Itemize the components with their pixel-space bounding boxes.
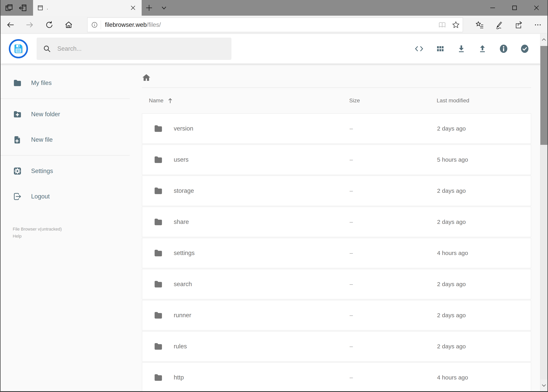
column-header-size[interactable]: Size	[349, 98, 437, 104]
file-size: –	[350, 374, 437, 381]
file-size: –	[350, 281, 437, 287]
grid-view-icon[interactable]	[430, 37, 451, 61]
sidebar-item-new-file[interactable]: New file	[0, 127, 130, 153]
table-row[interactable]: share – 2 days ago	[142, 207, 531, 237]
filebrowser-logo[interactable]	[9, 39, 28, 58]
file-size: –	[350, 219, 437, 225]
folder-icon	[153, 155, 163, 165]
home-icon[interactable]	[59, 16, 79, 34]
table-row[interactable]: settings – 4 hours ago	[142, 238, 531, 268]
set-tabs-aside-icon[interactable]	[16, 0, 29, 16]
add-favorite-star-icon[interactable]	[449, 18, 463, 32]
hub-favorites-icon[interactable]	[470, 16, 489, 34]
listing-header: Name Size Last modified	[142, 88, 531, 113]
file-name: rules	[174, 343, 187, 350]
address-bar[interactable]: filebrowser.web/files/	[87, 18, 463, 32]
file-size: –	[350, 343, 437, 350]
maximize-button[interactable]	[504, 0, 526, 16]
help-link[interactable]: Help	[13, 233, 21, 240]
folder-icon	[153, 186, 163, 196]
table-row[interactable]: runner – 2 days ago	[142, 300, 531, 330]
file-modified: 2 days ago	[437, 312, 531, 319]
scrollbar-thumb[interactable]	[540, 46, 548, 145]
annotate-pen-icon[interactable]	[489, 16, 509, 34]
file-name: version	[174, 125, 193, 132]
select-check-icon[interactable]	[514, 37, 535, 61]
refresh-icon[interactable]	[40, 16, 59, 34]
tab-close-icon[interactable]	[129, 4, 137, 12]
column-header-name[interactable]: Name	[149, 98, 164, 104]
sidebar-item-logout[interactable]: Logout	[0, 184, 130, 209]
file-size: –	[350, 188, 437, 194]
back-icon[interactable]	[0, 16, 20, 34]
sidebar: My files New folder New file	[0, 64, 130, 391]
table-row[interactable]: storage – 2 days ago	[142, 175, 531, 206]
folder-icon	[153, 279, 163, 289]
logout-icon	[13, 192, 22, 201]
sidebar-item-settings[interactable]: Settings	[0, 158, 130, 184]
shell-code-icon[interactable]	[409, 37, 430, 61]
table-row[interactable]: users – 5 hours ago	[142, 144, 531, 175]
folder-icon	[153, 248, 163, 258]
url-host: filebrowser.web	[105, 21, 147, 28]
file-modified: 4 hours ago	[437, 250, 531, 256]
share-icon[interactable]	[509, 16, 528, 34]
folder-plus-icon	[13, 110, 22, 119]
new-tab-icon[interactable]	[142, 0, 157, 16]
tab-preview-icon[interactable]	[2, 0, 16, 16]
window-controls	[482, 0, 548, 16]
forward-icon[interactable]	[20, 16, 40, 34]
sidebar-item-label: Settings	[31, 168, 53, 175]
scroll-down-icon[interactable]	[540, 379, 548, 391]
file-name: share	[174, 218, 189, 225]
url-text[interactable]: filebrowser.web/files/	[105, 21, 435, 28]
file-name: search	[174, 281, 192, 288]
file-modified: 5 hours ago	[437, 156, 531, 163]
search-icon	[43, 45, 51, 53]
header-actions	[409, 37, 535, 61]
breadcrumb	[142, 71, 531, 85]
file-name: users	[174, 156, 189, 163]
page-content: My files New folder New file	[0, 64, 548, 391]
file-name: storage	[174, 187, 194, 194]
table-row[interactable]: version – 2 days ago	[142, 113, 531, 144]
info-icon[interactable]	[493, 37, 514, 61]
page-favicon-icon	[37, 5, 43, 11]
page-scrollbar[interactable]	[540, 34, 548, 391]
home-breadcrumb-icon[interactable]	[142, 73, 151, 82]
browser-tab[interactable]: .	[33, 0, 142, 16]
browser-toolbar: filebrowser.web/files/	[0, 16, 548, 34]
file-size: –	[350, 156, 437, 163]
minimize-button[interactable]	[482, 0, 504, 16]
folder-icon	[153, 373, 163, 382]
upload-icon[interactable]	[472, 37, 493, 61]
table-row[interactable]: rules – 2 days ago	[142, 331, 531, 362]
site-info-icon[interactable]	[87, 22, 101, 28]
file-modified: 2 days ago	[437, 125, 531, 132]
file-list: version – 2 days ago users – 5 hours ago…	[142, 113, 531, 392]
file-size: –	[350, 312, 437, 319]
download-icon[interactable]	[451, 37, 472, 61]
scroll-up-icon[interactable]	[540, 34, 548, 46]
file-size: –	[350, 250, 437, 256]
table-row[interactable]: search – 2 days ago	[142, 269, 531, 299]
column-header-modified[interactable]: Last modified	[437, 98, 531, 104]
url-path: /files/	[147, 21, 161, 28]
file-size: –	[350, 125, 437, 132]
sidebar-footer: File Browser v(untracked) Help	[0, 226, 130, 240]
tab-title: .	[47, 5, 129, 11]
settings-more-icon[interactable]	[528, 16, 548, 34]
tab-list-chevron-icon[interactable]	[157, 0, 171, 16]
folder-icon	[153, 217, 163, 227]
filebrowser-header	[0, 34, 548, 64]
sort-ascending-icon[interactable]	[167, 98, 173, 104]
file-name: settings	[174, 250, 195, 257]
sidebar-item-my-files[interactable]: My files	[0, 70, 130, 96]
sidebar-item-label: New folder	[31, 111, 60, 118]
close-button[interactable]	[526, 0, 548, 16]
sidebar-item-new-folder[interactable]: New folder	[0, 102, 130, 127]
reading-view-icon[interactable]	[435, 18, 449, 32]
search-input[interactable]	[57, 45, 231, 52]
table-row[interactable]: http – 4 hours ago	[142, 362, 531, 392]
search-box[interactable]	[37, 38, 231, 60]
